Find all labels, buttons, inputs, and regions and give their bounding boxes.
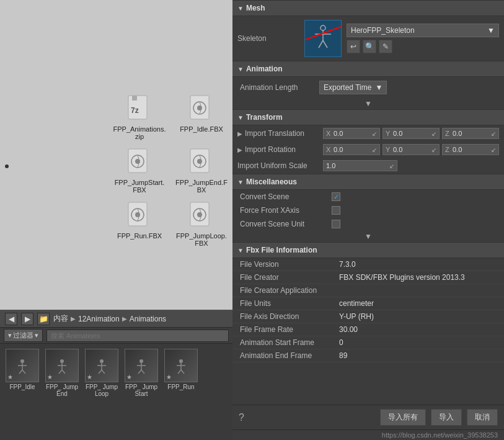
fbx-section: ▼ Fbx File Information File Version 7.3.… bbox=[232, 242, 504, 405]
fbx-icon-idle bbox=[187, 93, 216, 123]
svg-line-41 bbox=[178, 370, 181, 374]
mesh-title: Mesh bbox=[246, 4, 265, 12]
translation-expand-icon[interactable]: ▶ bbox=[237, 130, 242, 137]
star-icon: ★ bbox=[7, 374, 13, 380]
rx-label: X bbox=[326, 146, 332, 153]
file-item-jumploop[interactable]: FPP_JumpLoop.FBX bbox=[174, 200, 229, 247]
search-input[interactable] bbox=[46, 330, 229, 342]
svg-line-31 bbox=[99, 370, 102, 374]
file-item-run[interactable]: FPP_Run.FBX bbox=[112, 200, 167, 247]
fbx-icon-jumpend bbox=[187, 146, 216, 176]
y-label: Y bbox=[386, 130, 392, 137]
fbx-icon-run bbox=[125, 200, 154, 230]
animation-expand-btn[interactable]: ▼ bbox=[232, 98, 504, 109]
import-rotation-label: ▶ Import Rotation bbox=[237, 145, 318, 154]
rotation-y-field[interactable]: Y 0.0 ↙ bbox=[382, 144, 440, 155]
fbx-key: File Frame Rate bbox=[240, 325, 339, 334]
skeleton-tool-edit[interactable]: ✎ bbox=[379, 40, 392, 53]
ry-label: Y bbox=[386, 146, 392, 153]
convert-scene-unit-checkbox[interactable] bbox=[332, 220, 340, 228]
asset-fpp-jump-end[interactable]: ★ FPP_ Jump End bbox=[45, 349, 79, 397]
asset-thumb-jump-end: ★ bbox=[45, 349, 79, 382]
asset-thumb-jump-start: ★ bbox=[125, 349, 158, 382]
anim-length-arrow: ▼ bbox=[375, 83, 382, 92]
asset-fpp-run[interactable]: ★ FPP_Run bbox=[164, 349, 198, 397]
animation-length-row: Animation Length Exported Time ▼ bbox=[232, 77, 504, 98]
fbx-icon-jumpstart bbox=[125, 146, 154, 176]
translation-y-reset[interactable]: ↙ bbox=[431, 130, 436, 137]
asset-fpp-jump-start[interactable]: ★ FPP_ Jump Start bbox=[124, 349, 159, 397]
svg-line-37 bbox=[141, 370, 144, 374]
url-text: https://blog.csdn.net/weixin_39538253 bbox=[382, 431, 498, 439]
misc-expand-btn[interactable]: ▼ bbox=[232, 231, 504, 242]
help-icon[interactable]: ? bbox=[239, 412, 244, 423]
fbx-value: FBX SDK/FBX Plugins version 2013.3 bbox=[339, 273, 497, 282]
import-all-button[interactable]: 导入所有 bbox=[380, 409, 426, 426]
fbx-row: File Creator Application bbox=[232, 284, 504, 297]
file-item-jumpend[interactable]: FPP_JumpEnd.FBX bbox=[174, 146, 229, 194]
rotation-y-value: 0.0 bbox=[393, 146, 430, 153]
translation-z-field[interactable]: Z 0.0 ↙ bbox=[442, 128, 499, 139]
fbx-key: File Units bbox=[240, 299, 339, 308]
translation-z-reset[interactable]: ↙ bbox=[491, 130, 496, 137]
asset-label-run: FPP_Run bbox=[167, 384, 194, 390]
transform-arrow: ▼ bbox=[237, 114, 244, 121]
force-front-xaxis-checkbox[interactable] bbox=[332, 206, 340, 215]
breadcrumb-sep-1: ▶ bbox=[71, 315, 76, 322]
breadcrumb-content[interactable]: 内容 bbox=[53, 313, 68, 324]
breadcrumb-sep-2: ▶ bbox=[122, 315, 127, 322]
rotation-z-field[interactable]: Z 0.0 ↙ bbox=[442, 144, 499, 155]
fbx-section-header: ▼ Fbx File Information bbox=[232, 242, 504, 258]
svg-point-18 bbox=[20, 359, 24, 363]
fbx-key: File Version bbox=[240, 260, 339, 269]
content-browser-assets: ★ FPP_Idle ★ bbox=[0, 344, 232, 402]
animation-section-header: ▼ Animation bbox=[232, 61, 504, 77]
rotation-expand-icon[interactable]: ▶ bbox=[237, 146, 242, 153]
fbx-value: 30.00 bbox=[339, 325, 497, 334]
skeleton-dropdown[interactable]: HeroFPP_Skeleton ▼ bbox=[347, 24, 499, 37]
translation-x-reset[interactable]: ↙ bbox=[372, 130, 377, 137]
back-button[interactable]: ◀ bbox=[5, 313, 17, 325]
scale-field[interactable]: 1.0 ↙ bbox=[323, 160, 397, 171]
skeleton-tool-search[interactable]: 🔍 bbox=[363, 40, 376, 53]
scale-reset[interactable]: ↙ bbox=[389, 163, 394, 169]
breadcrumb-12animation[interactable]: 12Animation bbox=[78, 315, 120, 323]
rotation-x-reset[interactable]: ↙ bbox=[372, 146, 377, 153]
svg-point-38 bbox=[179, 359, 183, 363]
rotation-x-field[interactable]: X 0.0 ↙ bbox=[323, 144, 380, 155]
rotation-y-reset[interactable]: ↙ bbox=[431, 146, 436, 153]
breadcrumb-animations[interactable]: Animations bbox=[130, 315, 166, 323]
import-translation-row: ▶ Import Translation X 0.0 ↙ Y 0.0 ↙ Z 0… bbox=[232, 125, 504, 141]
translation-x-field[interactable]: X 0.0 ↙ bbox=[323, 128, 380, 139]
anim-length-dropdown[interactable]: Exported Time ▼ bbox=[319, 81, 387, 94]
svg-line-32 bbox=[102, 370, 105, 374]
bottom-bar: ? 导入所有 导入 取消 bbox=[232, 405, 504, 429]
skeleton-row: Skeleton HeroFPP_Skeleton bbox=[232, 16, 504, 61]
translation-y-field[interactable]: Y 0.0 ↙ bbox=[382, 128, 440, 139]
cancel-button[interactable]: 取消 bbox=[467, 409, 498, 426]
forward-button[interactable]: ▶ bbox=[21, 313, 33, 325]
import-translation-label: ▶ Import Translation bbox=[237, 129, 318, 138]
convert-scene-checkbox[interactable] bbox=[332, 192, 340, 201]
mesh-arrow: ▼ bbox=[237, 5, 244, 12]
mesh-section: ▼ Mesh Skeleton bbox=[232, 0, 504, 61]
file-item-zip[interactable]: 7z FPP_Animations.zip bbox=[112, 93, 167, 140]
file-item-idle[interactable]: FPP_Idle.FBX bbox=[174, 93, 229, 140]
asset-fpp-jump-loop[interactable]: ★ FPP_ Jump Loop bbox=[84, 349, 119, 397]
skeleton-tool-back[interactable]: ↩ bbox=[347, 40, 360, 53]
breadcrumb: 内容 ▶ 12Animation ▶ Animations bbox=[53, 313, 166, 324]
convert-scene-row: Convert Scene bbox=[232, 190, 504, 204]
dot-indicator bbox=[5, 164, 9, 168]
rz-label: Z bbox=[445, 146, 451, 153]
filter-button[interactable]: ▾ 过滤器 ▾ bbox=[4, 329, 43, 342]
rotation-z-reset[interactable]: ↙ bbox=[491, 146, 496, 153]
folder-icon[interactable]: 📁 bbox=[37, 313, 50, 325]
fbx-row: File Units centimeter bbox=[232, 297, 504, 310]
filter-icon: ▾ bbox=[8, 331, 12, 339]
transform-section: ▼ Transform ▶ Import Translation X 0.0 ↙… bbox=[232, 109, 504, 174]
file-item-jumpstart[interactable]: FPP_JumpStart.FBX bbox=[112, 146, 167, 194]
asset-fpp-idle[interactable]: ★ FPP_Idle bbox=[5, 349, 40, 397]
file-label: FPP_JumpEnd.FBX bbox=[175, 179, 228, 194]
import-scale-row: Import Uniform Scale 1.0 ↙ bbox=[232, 158, 504, 174]
import-button[interactable]: 导入 bbox=[431, 409, 462, 426]
